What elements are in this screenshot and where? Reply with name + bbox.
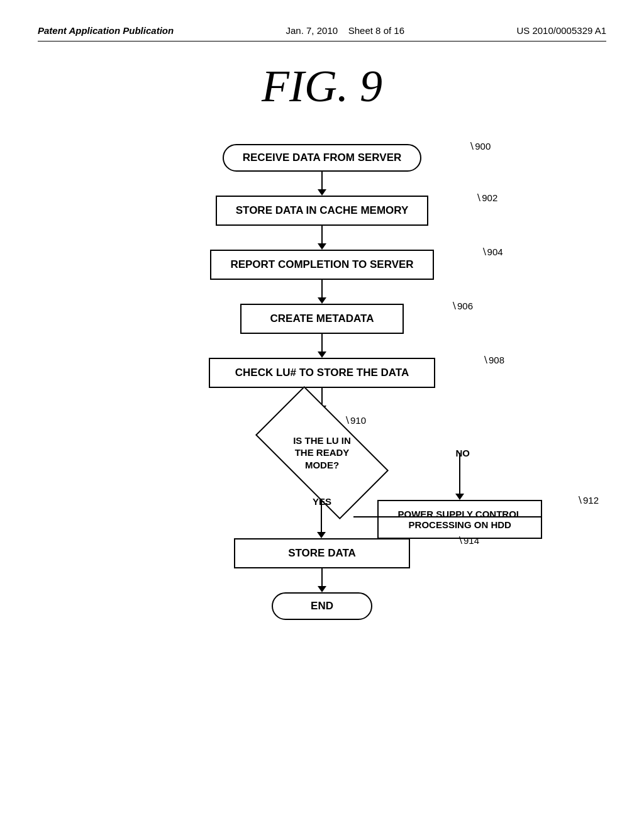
page: Patent Application Publication Jan. 7, 2…	[0, 0, 644, 830]
patent-number: US 2010/0005329 A1	[516, 25, 606, 36]
branch-section: IS THE LU INTHE READY MODE? ∖910 NO YES	[102, 412, 542, 507]
yes-vline	[321, 501, 322, 532]
step-912-label: ∖912	[577, 495, 599, 506]
step-900: RECEIVE DATA FROM SERVER ∖900	[223, 144, 422, 172]
no-vline-1	[459, 453, 460, 494]
step-906: CREATE METADATA ∖906	[240, 304, 404, 334]
connector-2	[321, 226, 323, 243]
no-arrow	[455, 494, 464, 500]
arrow-1	[318, 189, 326, 196]
figure-title: FIG. 9	[38, 60, 606, 113]
step-908-label: ∖908	[482, 355, 504, 366]
step-906-label: ∖906	[451, 301, 473, 312]
diamond-text: IS THE LU INTHE READY MODE?	[278, 434, 366, 472]
step-914-box: STORE DATA	[234, 538, 410, 568]
arrow-2	[318, 243, 326, 250]
flowchart: RECEIVE DATA FROM SERVER ∖900 STORE DATA…	[38, 144, 606, 620]
arrow-4	[318, 351, 326, 358]
connector-end-1	[321, 568, 323, 586]
merge-hline	[353, 516, 542, 517]
step-908-box: CHECK LU# TO STORE THE DATA	[209, 358, 435, 388]
sheet-label: Sheet 8 of 16	[348, 25, 404, 36]
step-904: REPORT COMPLETION TO SERVER ∖904	[210, 250, 433, 280]
step-902-box: STORE DATA IN CACHE MEMORY	[216, 196, 429, 226]
connector-4	[321, 334, 323, 351]
merge-arrow-wrapper	[317, 532, 326, 538]
step-904-label: ∖904	[481, 246, 503, 258]
step-end: END	[272, 592, 372, 620]
step-914-label: ∖914	[457, 535, 479, 546]
connector-1	[321, 172, 323, 189]
step-904-box: REPORT COMPLETION TO SERVER	[210, 250, 433, 280]
step-900-label: ∖900	[469, 141, 491, 152]
step-908: CHECK LU# TO STORE THE DATA ∖908	[209, 358, 435, 388]
step-914: STORE DATA ∖914	[234, 538, 410, 568]
arrow-end-1	[318, 586, 326, 592]
step-end-box: END	[272, 592, 372, 620]
step-902-label: ∖902	[475, 192, 497, 204]
arrow-3	[318, 297, 326, 304]
step-910-label: ∖910	[344, 415, 366, 426]
date-label: Jan. 7, 2010	[286, 25, 338, 36]
connector-3	[321, 280, 323, 297]
header: Patent Application Publication Jan. 7, 2…	[38, 25, 606, 42]
merge-arrow	[317, 532, 326, 538]
header-center: Jan. 7, 2010 Sheet 8 of 16	[286, 25, 405, 36]
step-900-box: RECEIVE DATA FROM SERVER	[223, 144, 422, 172]
step-902: STORE DATA IN CACHE MEMORY ∖902	[216, 196, 429, 226]
merge-section: STORE DATA ∖914	[102, 501, 542, 568]
publication-label: Patent Application Publication	[38, 25, 174, 36]
merge-line	[102, 501, 542, 532]
step-906-box: CREATE METADATA	[240, 304, 404, 334]
